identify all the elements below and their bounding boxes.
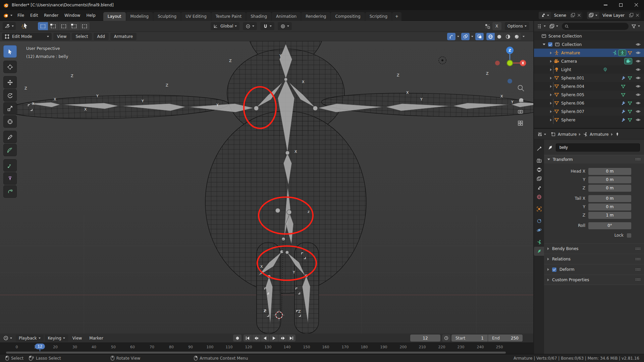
maximize-button[interactable] bbox=[613, 0, 629, 10]
tab-animation[interactable]: Animation bbox=[272, 12, 301, 21]
select-mode-subtract[interactable] bbox=[59, 22, 69, 30]
browse-scene-button[interactable] bbox=[539, 12, 551, 19]
shading-material-button[interactable] bbox=[504, 33, 512, 40]
panel-grip-icon[interactable] bbox=[635, 278, 641, 281]
show-overlays-toggle[interactable] bbox=[461, 33, 470, 40]
frame-end-field[interactable]: End 250 bbox=[488, 335, 523, 342]
panel-grip-icon[interactable] bbox=[635, 158, 641, 161]
viewport-menu-armature[interactable]: Armature bbox=[110, 33, 137, 40]
current-frame-field[interactable]: 12 bbox=[410, 335, 440, 342]
roll-tool[interactable] bbox=[3, 172, 17, 185]
tab-layout[interactable]: Layout bbox=[103, 12, 126, 21]
breadcrumb-data[interactable]: Armature bbox=[590, 132, 608, 137]
properties-editor-type-button[interactable] bbox=[536, 131, 547, 138]
viewport-menu-select[interactable]: Select bbox=[72, 33, 92, 40]
menu-help[interactable]: Help bbox=[83, 13, 98, 18]
expand-icon[interactable] bbox=[550, 94, 552, 96]
pose-icon[interactable] bbox=[612, 50, 617, 55]
mesh-data-icon[interactable] bbox=[621, 93, 626, 97]
search-input[interactable] bbox=[569, 24, 602, 28]
bendy-bones-panel[interactable]: Bendy Bones bbox=[544, 243, 644, 254]
outliner-row-sphere004[interactable]: Sphere.004 bbox=[534, 82, 644, 90]
mode-dropdown[interactable]: Edit Mode bbox=[2, 33, 52, 40]
prev-keyframe-button[interactable] bbox=[252, 335, 261, 342]
outliner-row-scene-collection[interactable]: Scene Collection bbox=[534, 32, 644, 40]
outliner-row-armature[interactable]: Armature bbox=[534, 49, 644, 57]
outliner-search[interactable] bbox=[562, 23, 629, 30]
hide-eye-icon[interactable] bbox=[636, 84, 641, 89]
jump-start-button[interactable] bbox=[244, 335, 252, 342]
outliner-row-camera[interactable]: Camera bbox=[534, 57, 644, 65]
outliner-row-sphere007[interactable]: Sphere.007 bbox=[534, 107, 644, 116]
roll-field[interactable]: 0° bbox=[588, 222, 631, 229]
hide-eye-icon[interactable] bbox=[636, 101, 641, 106]
scale-tool[interactable] bbox=[3, 102, 17, 115]
custom-properties-panel[interactable]: Custom Properties bbox=[544, 275, 644, 285]
mesh-data-icon[interactable] bbox=[628, 76, 632, 80]
expand-icon[interactable] bbox=[550, 110, 552, 113]
relations-panel[interactable]: Relations bbox=[544, 254, 644, 264]
zoom-button[interactable] bbox=[518, 85, 524, 92]
add-view-layer-icon[interactable] bbox=[629, 13, 633, 17]
tab-shading[interactable]: Shading bbox=[246, 12, 271, 21]
shading-rendered-button[interactable] bbox=[513, 33, 521, 40]
show-gizmo-toggle[interactable] bbox=[447, 33, 455, 40]
remove-view-layer-icon[interactable] bbox=[636, 13, 639, 17]
shading-wireframe-button[interactable] bbox=[486, 33, 495, 40]
viewport-canvas[interactable]: Z Z X Y X Y Z Y Z Y X X Z X Y Z X Y z X bbox=[0, 41, 533, 334]
tail-z-field[interactable]: 1 m bbox=[588, 212, 631, 219]
editor-type-button[interactable] bbox=[3, 22, 16, 30]
hide-eye-icon[interactable] bbox=[636, 50, 641, 55]
modifier-wrench-icon[interactable] bbox=[621, 109, 626, 114]
panel-grip-icon[interactable] bbox=[635, 247, 641, 250]
record-button[interactable] bbox=[233, 335, 241, 342]
expand-icon[interactable] bbox=[550, 52, 552, 54]
viewport-menu-add[interactable]: Add bbox=[94, 33, 109, 40]
outliner-row-sphere001[interactable]: Sphere.001 bbox=[534, 74, 644, 82]
constraints-tab[interactable] bbox=[534, 217, 544, 226]
scene-tab[interactable] bbox=[534, 183, 544, 192]
expand-icon[interactable] bbox=[550, 102, 552, 105]
head-y-field[interactable]: 0 m bbox=[588, 176, 631, 183]
ortho-toggle-button[interactable] bbox=[518, 121, 523, 125]
keying-menu[interactable]: Keying bbox=[45, 335, 68, 342]
hide-eye-icon[interactable] bbox=[636, 75, 641, 80]
bone-name-field[interactable] bbox=[556, 143, 640, 152]
menu-render[interactable]: Render bbox=[41, 13, 61, 18]
tab-scripting[interactable]: Scripting bbox=[365, 12, 392, 21]
modifier-wrench-icon[interactable] bbox=[621, 76, 626, 80]
gizmo-z-neg[interactable] bbox=[507, 79, 512, 83]
hide-eye-icon[interactable] bbox=[636, 59, 641, 64]
object-data-tab[interactable] bbox=[534, 238, 544, 247]
light-data-icon[interactable] bbox=[603, 67, 608, 72]
play-button[interactable] bbox=[270, 335, 278, 342]
new-scene-icon[interactable] bbox=[571, 13, 575, 17]
cursor-tool[interactable] bbox=[3, 61, 17, 73]
minimize-button[interactable] bbox=[598, 0, 613, 10]
mesh-data-icon[interactable] bbox=[628, 109, 632, 114]
transform-tool[interactable] bbox=[3, 115, 17, 128]
outliner-filter-dropdown[interactable] bbox=[630, 22, 641, 30]
expand-icon[interactable] bbox=[543, 44, 545, 45]
timeline-editor-type-button[interactable] bbox=[2, 335, 13, 342]
outliner-row-sphere006[interactable]: Sphere.006 bbox=[534, 99, 644, 107]
hide-eye-icon[interactable] bbox=[636, 117, 641, 122]
output-tab[interactable] bbox=[534, 165, 544, 174]
expand-icon[interactable] bbox=[550, 68, 552, 71]
deform-panel[interactable]: Deform bbox=[544, 264, 644, 275]
measure-tool[interactable] bbox=[3, 144, 17, 156]
tail-y-field[interactable]: 0 m bbox=[588, 203, 631, 210]
select-mode-intersect[interactable] bbox=[79, 22, 90, 30]
tab-rendering[interactable]: Rendering bbox=[301, 12, 330, 21]
expand-icon[interactable] bbox=[550, 60, 552, 63]
bone-envelope-tool[interactable] bbox=[3, 185, 17, 198]
outliner-row-light[interactable]: Light bbox=[534, 65, 644, 74]
tab-uv-editing[interactable]: UV Editing bbox=[181, 12, 211, 21]
tail-x-field[interactable]: 0 m bbox=[588, 195, 631, 202]
active-tool-button[interactable] bbox=[18, 22, 33, 30]
annotate-tool[interactable] bbox=[3, 131, 17, 143]
remove-scene-icon[interactable] bbox=[577, 13, 581, 17]
view-layer-name[interactable]: View Layer bbox=[599, 13, 628, 18]
pivot-point-dropdown[interactable] bbox=[243, 22, 257, 30]
auto-keyframe-button[interactable] bbox=[442, 335, 450, 342]
